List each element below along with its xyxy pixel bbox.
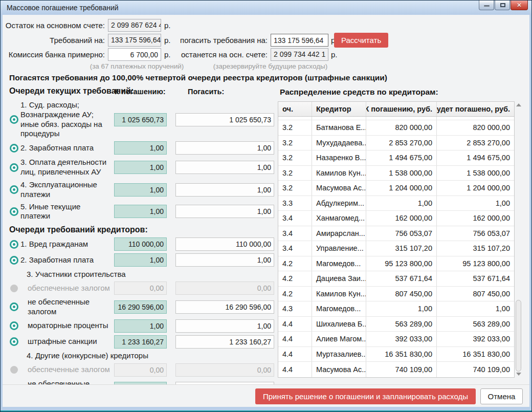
pay-amount-input[interactable] xyxy=(175,237,274,251)
table-row[interactable]: 3.2Батманова Е...820 000,00820 000,00 xyxy=(278,120,514,136)
queue-number-cell: 4.4 xyxy=(278,362,312,377)
radio-selected-icon[interactable] xyxy=(10,337,18,346)
column-header-0[interactable]: оч. xyxy=(278,102,312,116)
queue-radio[interactable] xyxy=(7,321,20,330)
close-button[interactable]: ✕ xyxy=(511,1,528,10)
pay-amount-input[interactable] xyxy=(175,183,274,197)
minimize-button[interactable] xyxy=(479,1,494,10)
queue-radio[interactable] xyxy=(7,207,20,216)
table-row[interactable]: 4.4Масумова Ас...740 109,00740 109,00 xyxy=(278,362,514,377)
radio-disabled-icon xyxy=(10,366,18,374)
table-row[interactable]: 3.2Масумова Ас...1 204 000,001 204 000,0… xyxy=(278,181,514,196)
column-header-3[interactable]: Будет погашено, руб. xyxy=(437,102,514,116)
queue-radio[interactable] xyxy=(7,163,20,172)
table-scrollbar[interactable] xyxy=(515,101,522,377)
pay-amount-input[interactable] xyxy=(175,319,274,333)
table-row[interactable]: 4.4Шихалиева Б...563 289,00563 289,00 xyxy=(278,317,514,332)
table-row[interactable]: 3.2Мухудадаева...2 853 270,002 853 270,0… xyxy=(278,136,514,151)
window-controls: ✕ xyxy=(478,1,528,10)
table-row[interactable]: 4.2Камилов Кун...807 450,00807 450,00 xyxy=(278,287,514,302)
queue-radio[interactable] xyxy=(7,185,20,194)
queue-number-cell: 4.2 xyxy=(278,256,312,271)
scrollbar-up-icon[interactable] xyxy=(516,103,521,106)
pay-amount-input[interactable] xyxy=(175,141,274,155)
table-row[interactable]: 4.4Алиев Магом...392 033,00392 033,00 xyxy=(278,332,514,347)
creditor-cell: Масумова Ас... xyxy=(312,362,366,377)
queue-radio[interactable] xyxy=(7,337,20,346)
paid-amount-cell: 537 671,64 xyxy=(437,271,514,286)
bank-fee-hint: (за 67 платежных поручений) xyxy=(79,62,194,70)
repay-amount-input[interactable] xyxy=(271,34,328,47)
creditor-cell: Управление... xyxy=(312,241,366,256)
due-amount-cell: 537 671,64 xyxy=(366,271,437,286)
bank-fee-unit: р. xyxy=(164,48,171,61)
queue-number-cell: 3.2 xyxy=(278,120,312,135)
remainder-label: останется на осн. счете: xyxy=(171,48,268,61)
queue-row: 3. Оплата деятельности лиц, привлеченных… xyxy=(7,157,274,178)
bank-fee-label: Комиссия банка примерно: xyxy=(3,48,105,61)
due-amount-field: 1,00 xyxy=(114,141,167,155)
table-row[interactable]: 3.2Камилов Кун...1 538 000,001 538 000,0… xyxy=(278,166,514,181)
pay-amount-input[interactable] xyxy=(175,205,274,218)
due-amount-field: 1,00 xyxy=(114,161,167,174)
table-row[interactable]: 4.3Магомедов...1,001,00 xyxy=(278,301,514,317)
queue-label: штрафные санкции xyxy=(20,337,114,346)
radio-selected-icon[interactable] xyxy=(10,185,18,194)
queue-radio[interactable] xyxy=(7,302,20,311)
queues-panel: Очереди текущих требований: К погашению:… xyxy=(7,86,274,407)
calculate-button[interactable]: Рассчитать xyxy=(334,33,388,48)
radio-selected-icon[interactable] xyxy=(10,240,18,249)
pay-amount-input[interactable] xyxy=(175,253,274,267)
dialog-content: Остаток на основном счете: 2 099 867 624… xyxy=(3,15,529,407)
table-row[interactable]: 3.4Ханмагомед...162 000,00162 000,00 xyxy=(278,211,514,226)
creditor-cell: Батманова Е... xyxy=(312,120,366,135)
pay-column-header: Погасить: xyxy=(188,88,224,96)
registry-queues-list: 1. Вред гражданам110 000,002. Заработная… xyxy=(7,237,274,407)
table-row[interactable]: 3.4Управление...315 107,20315 107,20 xyxy=(278,241,514,256)
queue-label: 1. Вред гражданам xyxy=(20,240,114,249)
accept-button[interactable]: Принять решение о погашении и запланиров… xyxy=(255,388,476,404)
radio-selected-icon[interactable] xyxy=(10,321,18,330)
pay-amount-input[interactable] xyxy=(175,300,274,314)
close-icon: ✕ xyxy=(511,1,527,10)
due-amount-cell: 807 450,00 xyxy=(366,287,437,301)
title-bar[interactable]: Массовое погашение требований ✕ xyxy=(1,1,531,15)
table-row[interactable]: 4.2Дациева Заи...537 671,64537 671,64 xyxy=(278,271,514,287)
queue-radio[interactable] xyxy=(7,115,20,124)
radio-selected-icon[interactable] xyxy=(10,163,18,172)
maximize-button[interactable] xyxy=(495,1,510,10)
cancel-button[interactable]: Отмена xyxy=(480,388,523,404)
radio-selected-icon[interactable] xyxy=(10,207,18,216)
creditor-cell: Магомедов... xyxy=(312,256,366,271)
pay-amount-input xyxy=(175,281,274,295)
scrollbar-down-icon[interactable] xyxy=(516,373,521,376)
paid-amount-cell: 1 204 000,00 xyxy=(437,181,514,196)
table-row[interactable]: 3.2Назаренко В...1 494 675,001 494 675,0… xyxy=(278,150,514,166)
pay-amount-input[interactable] xyxy=(175,113,274,126)
pay-amount-input[interactable] xyxy=(175,335,274,349)
paid-amount-cell: 756 053,07 xyxy=(437,226,514,241)
radio-selected-icon[interactable] xyxy=(10,256,18,265)
table-row[interactable]: 3.4Амирарслан...756 053,07756 053,07 xyxy=(278,226,514,242)
bank-fee-input[interactable] xyxy=(108,48,161,61)
partial-row xyxy=(278,117,514,120)
pay-amount-input[interactable] xyxy=(175,161,274,174)
table-row[interactable]: 4.2Магомедов...95 123 800,0095 123 800,0… xyxy=(278,256,514,272)
column-header-2[interactable]: К погашению, руб. xyxy=(366,102,437,116)
queue-radio[interactable] xyxy=(7,256,20,265)
queue-radio xyxy=(7,366,20,374)
radio-selected-icon[interactable] xyxy=(10,115,18,124)
summary-row-balance: Остаток на основном счете: 2 099 867 624… xyxy=(3,19,529,32)
column-header-1[interactable]: Кредитор xyxy=(312,102,366,116)
table-row[interactable]: 4.4Муртазалиев...16 351 830,0016 351 830… xyxy=(278,347,514,362)
queue-radio[interactable] xyxy=(7,144,20,153)
due-amount-cell: 315 107,20 xyxy=(366,241,437,256)
queue-radio[interactable] xyxy=(7,240,20,249)
partial-row-cell xyxy=(278,117,312,120)
radio-selected-icon[interactable] xyxy=(10,302,18,311)
radio-selected-icon[interactable] xyxy=(10,144,18,153)
footer-bar: Принять решение о погашении и запланиров… xyxy=(3,384,529,407)
scrollbar-thumb[interactable] xyxy=(516,300,521,372)
summary-section: Остаток на основном счете: 2 099 867 624… xyxy=(3,15,529,72)
table-row[interactable]: 3.3Абдулкерим...1,001,00 xyxy=(278,196,514,211)
